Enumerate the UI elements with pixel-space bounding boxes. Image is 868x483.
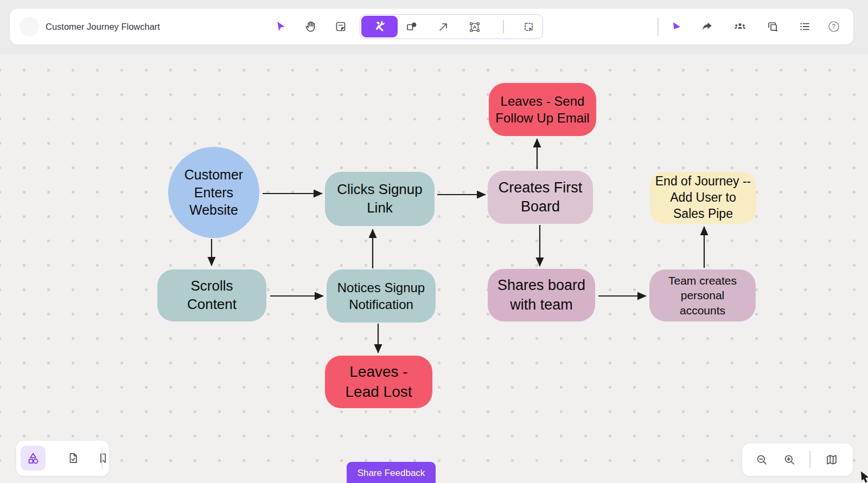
- whiteboard-app: Customer Enters Website Clicks Signup Li…: [0, 0, 868, 483]
- svg-text:?: ?: [832, 23, 835, 30]
- comments-button[interactable]: [763, 17, 782, 36]
- svg-text:A: A: [473, 24, 477, 30]
- help-button[interactable]: ?: [824, 17, 844, 36]
- connector-tool-button[interactable]: [433, 17, 453, 37]
- task-doc-icon: [67, 452, 80, 465]
- drawing-tool-group: A: [360, 14, 543, 39]
- zoom-in-icon: [783, 453, 796, 466]
- hand-pan-icon: [304, 20, 317, 33]
- minimap-button[interactable]: [822, 450, 841, 469]
- node-clicks-signup-link[interactable]: Clicks Signup Link: [325, 172, 435, 226]
- shapes-tool-button[interactable]: [402, 17, 422, 37]
- laser-pointer-button[interactable]: [666, 17, 686, 36]
- app-logo[interactable]: [20, 17, 39, 36]
- share-icon: [700, 20, 713, 33]
- toolbar-divider: [658, 17, 659, 36]
- minimap-icon: [825, 453, 838, 466]
- node-shares-board-with-team[interactable]: Shares board with team: [488, 269, 595, 321]
- node-leaves-send-follow-up-email[interactable]: Leaves - Send Follow Up Email: [489, 83, 596, 136]
- list-icon: [798, 20, 811, 33]
- node-leaves-lead-lost[interactable]: Leaves - Lead Lost: [325, 356, 432, 408]
- toolbar-divider: [503, 20, 504, 33]
- zoom-out-button[interactable]: [752, 450, 771, 469]
- pan-tool-button[interactable]: [301, 17, 321, 36]
- laser-pointer-icon: [669, 20, 682, 33]
- text-frame-icon: A: [468, 21, 481, 34]
- share-button[interactable]: [697, 17, 717, 36]
- task-doc-button[interactable]: [63, 448, 83, 468]
- collaborators-icon: [733, 20, 747, 34]
- select-cursor-icon: [274, 20, 287, 33]
- share-feedback-button[interactable]: Share Feedback: [347, 462, 436, 483]
- panel-divider: [101, 447, 103, 469]
- zoom-panel: [742, 443, 853, 476]
- connector-arrow-icon: [437, 21, 450, 34]
- text-tool-button[interactable]: A: [465, 17, 484, 37]
- list-view-button[interactable]: [795, 17, 814, 36]
- whiteboard-canvas[interactable]: [0, 53, 868, 483]
- comments-icon: [766, 20, 779, 33]
- help-icon: ?: [827, 20, 841, 34]
- node-creates-first-board[interactable]: Creates First Board: [488, 171, 593, 224]
- panel-divider: [809, 451, 810, 468]
- tools-button-active[interactable]: [361, 16, 398, 37]
- mouse-cursor: [861, 471, 868, 483]
- shapes-library-icon: [26, 451, 40, 465]
- node-notices-signup-notification[interactable]: Notices Signup Notification: [327, 269, 436, 323]
- node-customer-enters-website[interactable]: Customer Enters Website: [168, 147, 259, 238]
- node-end-of-journey[interactable]: End of Journey -- Add User to Sales Pipe: [650, 172, 756, 224]
- zoom-out-icon: [755, 453, 768, 466]
- bookmark-button[interactable]: [93, 448, 113, 468]
- top-toolbar: Customer Journey Flowchart: [10, 9, 853, 44]
- lasso-select-icon: [522, 21, 535, 34]
- shapes-library-button-active[interactable]: [21, 446, 46, 471]
- node-team-creates-personal-accounts[interactable]: Team creates personal accounts: [649, 269, 756, 321]
- select-tool-button[interactable]: [271, 17, 290, 36]
- shapes-icon: [405, 21, 418, 34]
- tools-icon: [373, 20, 386, 33]
- sticky-note-tool-button[interactable]: [331, 17, 350, 36]
- collaborators-button[interactable]: [730, 17, 750, 36]
- board-title[interactable]: Customer Journey Flowchart: [46, 9, 160, 44]
- sticky-note-icon: [334, 20, 347, 33]
- bookmark-icon: [97, 452, 110, 465]
- node-scrolls-content[interactable]: Scrolls Content: [157, 269, 266, 321]
- zoom-in-button[interactable]: [780, 450, 799, 469]
- lasso-select-button[interactable]: [519, 17, 539, 37]
- library-panel: [16, 441, 109, 476]
